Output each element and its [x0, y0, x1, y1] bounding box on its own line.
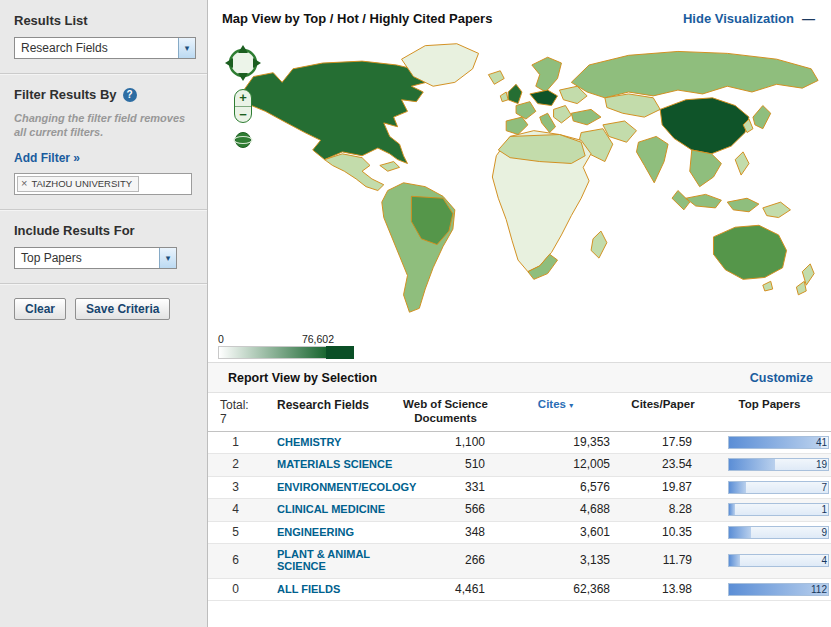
- docs-cell: 4,461: [398, 578, 493, 600]
- world-map-area: + −: [208, 34, 831, 328]
- col-cites-per-paper: Cites/Paper: [618, 393, 708, 431]
- chevron-down-icon: ▾: [178, 38, 195, 58]
- report-view-title: Report View by Selection: [228, 371, 377, 385]
- table-row: 2 MATERIALS SCIENCE 510 12,005 23.54 19: [208, 454, 831, 476]
- col-research-fields: Research Fields: [263, 393, 398, 431]
- app-window: Results List Research Fields ▾ Filter Re…: [0, 0, 831, 627]
- cites-per-paper-cell: 11.79: [618, 543, 708, 578]
- table-row: 5 ENGINEERING 348 3,601 10.35 9: [208, 521, 831, 543]
- cites-cell: 3,135: [493, 543, 618, 578]
- customize-link[interactable]: Customize: [750, 371, 813, 385]
- results-list-select[interactable]: Research Fields ▾: [14, 37, 196, 59]
- total-label: Total:: [220, 398, 261, 412]
- rank-cell: 3: [208, 476, 263, 498]
- field-link[interactable]: PLANT & ANIMAL SCIENCE: [277, 548, 395, 573]
- top-papers-bar: 112: [728, 583, 829, 596]
- clear-button[interactable]: Clear: [14, 298, 66, 320]
- help-icon[interactable]: ?: [123, 88, 137, 102]
- globe-icon: [233, 130, 253, 150]
- map-navigation-controls: + −: [224, 44, 262, 150]
- legend-max-block: [326, 346, 354, 359]
- map-pan-compass[interactable]: [224, 44, 262, 82]
- total-value: 7: [220, 412, 261, 426]
- top-papers-value: 112: [811, 584, 827, 596]
- map-view-header: Map View by Top / Hot / Highly Cited Pap…: [208, 0, 831, 34]
- cites-cell: 19,353: [493, 431, 618, 453]
- rank-cell: 6: [208, 543, 263, 578]
- results-list-value: Research Fields: [15, 41, 178, 55]
- filter-tag: × TAIZHOU UNIVERSITY: [17, 176, 139, 192]
- top-papers-bar: 7: [728, 481, 829, 494]
- include-results-label: Include Results For: [14, 223, 193, 238]
- remove-filter-icon[interactable]: ×: [21, 178, 27, 189]
- zoom-extent-button[interactable]: [233, 130, 253, 150]
- add-filter-link[interactable]: Add Filter »: [14, 151, 80, 165]
- map-color-legend: 0 76,602: [208, 328, 831, 362]
- include-results-select[interactable]: Top Papers ▾: [14, 247, 177, 269]
- hide-visualization-link[interactable]: Hide Visualization —: [683, 11, 815, 26]
- cites-cell: 4,688: [493, 499, 618, 521]
- cites-cell: 62,368: [493, 578, 618, 600]
- world-map[interactable]: [214, 36, 826, 318]
- docs-cell: 510: [398, 454, 493, 476]
- report-view-header: Report View by Selection Customize: [208, 362, 831, 393]
- top-papers-value: 41: [816, 437, 827, 449]
- field-link[interactable]: ALL FIELDS: [277, 583, 340, 595]
- cites-sort-link[interactable]: Cites ▾: [538, 398, 573, 410]
- top-papers-bar: 9: [728, 526, 829, 539]
- minimize-icon: —: [802, 11, 815, 26]
- filter-by-label: Filter Results By ?: [14, 87, 193, 102]
- save-criteria-button[interactable]: Save Criteria: [75, 298, 170, 320]
- field-link[interactable]: CHEMISTRY: [277, 436, 341, 448]
- include-results-value: Top Papers: [15, 251, 159, 265]
- cites-cell: 6,576: [493, 476, 618, 498]
- docs-cell: 1,100: [398, 431, 493, 453]
- rank-cell: 2: [208, 454, 263, 476]
- top-papers-value: 19: [816, 459, 827, 471]
- col-cites: Cites ▾: [493, 393, 618, 431]
- rank-cell: 4: [208, 499, 263, 521]
- cites-per-paper-cell: 23.54: [618, 454, 708, 476]
- table-row: 0 ALL FIELDS 4,461 62,368 13.98 112: [208, 578, 831, 600]
- col-wos-documents: Web of Science Documents: [398, 393, 493, 431]
- legend-gradient-bar: [218, 346, 354, 359]
- docs-cell: 348: [398, 521, 493, 543]
- legend-max-value: 76,602: [302, 333, 334, 345]
- main-panel: Map View by Top / Hot / Highly Cited Pap…: [208, 0, 831, 627]
- hide-visualization-label: Hide Visualization: [683, 11, 794, 26]
- filter-note: Changing the filter field removes all cu…: [14, 111, 193, 140]
- filter-tag-label: TAIZHOU UNIVERSITY: [31, 178, 132, 189]
- top-papers-value: 1: [821, 504, 827, 516]
- field-link[interactable]: CLINICAL MEDICINE: [277, 503, 385, 515]
- cites-per-paper-cell: 17.59: [618, 431, 708, 453]
- cites-cell: 3,601: [493, 521, 618, 543]
- zoom-controls: + −: [234, 89, 252, 123]
- legend-labels: 0 76,602: [218, 333, 334, 345]
- docs-cell: 566: [398, 499, 493, 521]
- field-link[interactable]: ENVIRONMENT/ECOLOGY: [277, 481, 395, 493]
- zoom-in-button[interactable]: +: [235, 90, 251, 106]
- rank-cell: 5: [208, 521, 263, 543]
- rank-cell: 0: [208, 578, 263, 600]
- zoom-out-button[interactable]: −: [235, 106, 251, 122]
- table-row: 1 CHEMISTRY 1,100 19,353 17.59 41: [208, 431, 831, 453]
- top-papers-value: 4: [821, 555, 827, 567]
- cites-per-paper-cell: 13.98: [618, 578, 708, 600]
- field-link[interactable]: ENGINEERING: [277, 526, 354, 538]
- table-row: 6 PLANT & ANIMAL SCIENCE 266 3,135 11.79…: [208, 543, 831, 578]
- col-top-papers: Top Papers: [708, 393, 831, 431]
- pan-up-icon: [238, 45, 248, 53]
- top-papers-value: 7: [821, 482, 827, 494]
- top-papers-bar: 1: [728, 503, 829, 516]
- table-header-row: Total: 7 Research Fields Web of Science …: [208, 393, 831, 431]
- total-count: Total: 7: [208, 393, 263, 431]
- field-link[interactable]: MATERIALS SCIENCE: [277, 458, 392, 470]
- top-papers-bar: 41: [728, 436, 829, 449]
- docs-cell: 266: [398, 543, 493, 578]
- sidebar: Results List Research Fields ▾ Filter Re…: [0, 0, 208, 627]
- filter-section: Filter Results By ? Changing the filter …: [0, 74, 207, 210]
- rank-cell: 1: [208, 431, 263, 453]
- filter-tags-box[interactable]: × TAIZHOU UNIVERSITY: [14, 173, 192, 195]
- legend-gradient: [218, 346, 326, 359]
- cites-label: Cites: [538, 398, 566, 410]
